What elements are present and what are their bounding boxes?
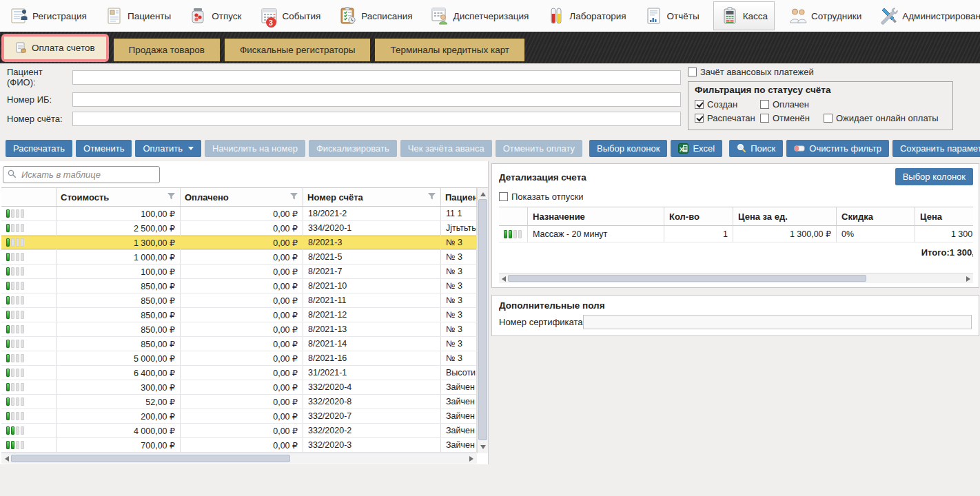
charge-to-number-button[interactable]: Начислить на номер bbox=[205, 140, 305, 157]
toolbar-item-schedules[interactable]: Расписания bbox=[334, 3, 416, 28]
scroll-down-icon[interactable] bbox=[480, 445, 486, 449]
scroll-right-icon[interactable] bbox=[469, 456, 473, 462]
tab-fiscal-registers[interactable]: Фискальные регистраторы bbox=[225, 39, 370, 61]
advance-receipt-button[interactable]: Чек зачёта аванса bbox=[400, 140, 492, 157]
choose-columns-button[interactable]: Выбор колонок bbox=[589, 140, 667, 157]
tab-goods-sale[interactable]: Продажа товаров bbox=[114, 39, 220, 61]
fiscalize-button[interactable]: Фискализировать bbox=[309, 140, 397, 157]
toolbar-item-registration[interactable]: Регистрация bbox=[6, 3, 91, 28]
filter-paid-row[interactable]: Оплачен bbox=[760, 99, 809, 110]
invoice-table-row[interactable]: 850,00 ₽ 0,00 ₽ 8/2021-13 № 3 bbox=[1, 322, 477, 337]
filter-area: Пациент (ФИО): Номер ИБ: Номер счёта: За… bbox=[0, 63, 980, 135]
invoice-table-row[interactable]: 100,00 ₽ 0,00 ₽ 8/2021-7 № 3 bbox=[1, 265, 477, 279]
invoice-patient-cell: № 3 bbox=[441, 236, 477, 249]
filter-printed-checkbox[interactable] bbox=[695, 114, 704, 123]
invoice-table-row[interactable]: 5 000,00 ₽ 0,00 ₽ 8/2021-16 № 3 bbox=[1, 351, 477, 366]
filter-funnel-icon[interactable] bbox=[289, 192, 298, 203]
pay-button[interactable]: Оплатить bbox=[135, 140, 201, 157]
filter-funnel-icon[interactable] bbox=[167, 192, 176, 203]
search-button[interactable]: Поиск bbox=[729, 140, 783, 157]
toolbar-item-events[interactable]: 3 События bbox=[256, 3, 325, 28]
certificate-number-input[interactable] bbox=[583, 315, 972, 329]
column-header-status[interactable] bbox=[1, 188, 57, 206]
clear-filter-button[interactable]: Очистить фильтр bbox=[786, 140, 889, 157]
filter-funnel-icon[interactable] bbox=[427, 192, 436, 203]
detail-horizontal-scrollbar[interactable] bbox=[499, 273, 973, 283]
filter-cancelled-checkbox[interactable] bbox=[760, 114, 769, 123]
column-header-paid[interactable]: Оплачено bbox=[181, 188, 303, 206]
toolbar-item-dispatch[interactable]: Диспетчеризация bbox=[426, 3, 533, 28]
invoice-table-row[interactable]: 700,00 ₽ 0,00 ₽ 332/2020-3 Зайчен bbox=[1, 438, 477, 453]
print-button[interactable]: Распечатать bbox=[6, 140, 72, 157]
invoice-table-row[interactable]: 6 400,00 ₽ 0,00 ₽ 31/2021-1 Высоти bbox=[1, 366, 477, 380]
content-area: Стоимость Оплачено Номер счёта Пациент 1… bbox=[0, 161, 980, 478]
detail-choose-columns-button[interactable]: Выбор колонок bbox=[895, 168, 973, 185]
tab-credit-card-terminals[interactable]: Терминалы кредитных карт bbox=[375, 39, 524, 61]
invoice-cost-cell: 850,00 ₽ bbox=[57, 337, 181, 351]
invoice-table-row[interactable]: 850,00 ₽ 0,00 ₽ 8/2021-12 № 3 bbox=[1, 308, 477, 322]
column-header-patient[interactable]: Пациент bbox=[441, 188, 477, 206]
filter-created-checkbox[interactable] bbox=[695, 100, 704, 109]
invoice-table-row[interactable]: 850,00 ₽ 0,00 ₽ 8/2021-11 № 3 bbox=[1, 293, 477, 308]
filter-awaiting-online-checkbox[interactable] bbox=[824, 114, 833, 123]
scroll-left-icon[interactable] bbox=[5, 456, 9, 462]
column-header-invoice-number[interactable]: Номер счёта bbox=[303, 188, 441, 206]
horizontal-scrollbar[interactable] bbox=[1, 453, 477, 464]
detail-horizontal-scroll-thumb[interactable] bbox=[508, 275, 866, 282]
toolbar-item-label: События bbox=[283, 11, 321, 21]
detail-table-row[interactable]: Массаж - 20 минут 1 1 300,00 ₽ 0% 1 300,… bbox=[499, 226, 973, 242]
invoice-table-row[interactable]: 2 500,00 ₽ 0,00 ₽ 334/2020-1 Jjтьтьть bbox=[1, 221, 477, 236]
excel-button[interactable]: X Excel bbox=[671, 140, 722, 157]
save-search-params-button[interactable]: Сохранить параметры поиска bbox=[892, 140, 980, 157]
invoice-table-row[interactable]: 850,00 ₽ 0,00 ₽ 8/2021-10 № 3 bbox=[1, 279, 477, 293]
vertical-scrollbar[interactable] bbox=[477, 188, 488, 453]
invoice-table-row[interactable]: 4 000,00 ₽ 0,00 ₽ 332/2020-2 Зайчен bbox=[1, 424, 477, 438]
toolbar-item-cashdesk[interactable]: Касса bbox=[713, 1, 775, 30]
toolbar-item-patients[interactable]: Пациенты bbox=[101, 3, 175, 28]
toolbar-item-staff[interactable]: Сотрудники bbox=[784, 3, 866, 28]
show-dispense-row[interactable]: Показать отпуски bbox=[499, 192, 973, 202]
invoice-table-row[interactable]: 300,00 ₽ 0,00 ₽ 332/2020-4 Зайчен bbox=[1, 380, 477, 395]
cancel-button[interactable]: Отменить bbox=[76, 140, 132, 157]
cancel-payment-button[interactable]: Отменить оплату bbox=[496, 140, 582, 157]
invoice-status-bars-icon bbox=[6, 397, 24, 406]
invoice-table-row[interactable]: 1 000,00 ₽ 0,00 ₽ 8/2021-5 № 3 bbox=[1, 250, 477, 265]
invoice-table-row[interactable]: 200,00 ₽ 0,00 ₽ 332/2020-7 Зайчен bbox=[1, 409, 477, 424]
toolbar-item-laboratory[interactable]: Лаборатория bbox=[542, 3, 630, 28]
toolbar-item-reports[interactable]: Отчёты bbox=[640, 3, 704, 28]
toolbar-item-dispense[interactable]: Отпуск bbox=[185, 3, 245, 28]
filter-printed-row[interactable]: Распечатан bbox=[695, 113, 760, 123]
table-search-input[interactable] bbox=[20, 169, 155, 180]
filter-paid-checkbox[interactable] bbox=[760, 100, 769, 109]
case-number-input[interactable] bbox=[72, 92, 681, 107]
detail-column-service[interactable]: Назначение bbox=[528, 207, 664, 226]
detail-column-unit-price[interactable]: Цена за ед. bbox=[733, 207, 837, 226]
advance-offset-checkbox[interactable] bbox=[688, 68, 697, 76]
patient-name-input[interactable] bbox=[72, 70, 681, 85]
scroll-left-icon[interactable] bbox=[502, 276, 506, 282]
scroll-right-icon[interactable] bbox=[966, 276, 970, 282]
search-magnifier-icon bbox=[737, 143, 746, 153]
invoice-table-row[interactable]: 52,00 ₽ 0,00 ₽ 332/2020-8 Зайчен bbox=[1, 395, 477, 409]
detail-column-discount[interactable]: Скидка bbox=[837, 207, 915, 226]
advance-offset-checkbox-row[interactable]: Зачёт авансовых платежей bbox=[688, 67, 976, 77]
detail-column-price[interactable]: Цена bbox=[915, 207, 973, 226]
show-dispense-checkbox[interactable] bbox=[499, 192, 508, 201]
vertical-scroll-thumb[interactable] bbox=[478, 199, 487, 440]
horizontal-scroll-thumb[interactable] bbox=[11, 455, 290, 462]
detail-price-cell: 1 300,00 ₽ bbox=[915, 226, 973, 242]
column-header-cost[interactable]: Стоимость bbox=[57, 188, 181, 206]
toolbar-item-administration[interactable]: Администрирование bbox=[875, 3, 980, 28]
invoice-table-row[interactable]: 1 300,00 ₽ 0,00 ₽ 8/2021-3 № 3 bbox=[1, 236, 477, 250]
table-search-box[interactable] bbox=[3, 166, 160, 183]
invoice-cost-cell: 5 000,00 ₽ bbox=[57, 351, 181, 365]
filter-cancelled-row[interactable]: Отменён bbox=[760, 113, 824, 123]
tab-payment-of-invoices[interactable]: Оплата счетов bbox=[4, 37, 106, 59]
scroll-up-icon[interactable] bbox=[480, 192, 486, 196]
filter-awaiting-online-row[interactable]: Ожидает онлайн оплаты bbox=[824, 113, 939, 123]
invoice-table-row[interactable]: 100,00 ₽ 0,00 ₽ 18/2021-2 11 1 bbox=[1, 207, 477, 221]
detail-column-qty[interactable]: Кол-во bbox=[664, 207, 733, 226]
invoice-table-row[interactable]: 850,00 ₽ 0,00 ₽ 8/2021-14 № 3 bbox=[1, 337, 477, 351]
filter-created-row[interactable]: Создан bbox=[695, 99, 760, 110]
invoice-number-input[interactable] bbox=[72, 112, 681, 126]
